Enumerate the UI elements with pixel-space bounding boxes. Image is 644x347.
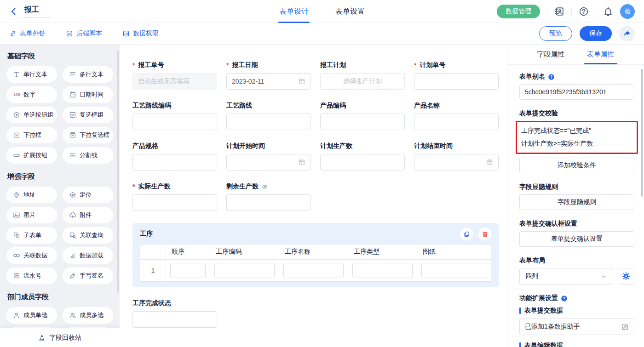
page-title[interactable]: 报工 bbox=[24, 5, 51, 18]
field-item-single-line-text[interactable]: 单行文本 bbox=[6, 66, 57, 83]
backend-script-link[interactable]: 后端脚本 bbox=[66, 29, 102, 38]
field-label: 工序完成状态 bbox=[132, 299, 217, 307]
cell-input-process-code[interactable] bbox=[214, 263, 275, 278]
field-item-address[interactable]: 地址 bbox=[6, 187, 57, 203]
form-field-product-code[interactable]: 产品编码 bbox=[320, 102, 405, 130]
report-date-input[interactable]: 2023-02-11 bbox=[226, 73, 311, 90]
report-plan-picker[interactable]: 选择生产计划 bbox=[320, 73, 405, 90]
product-spec-input[interactable] bbox=[132, 154, 217, 171]
data-permission-link[interactable]: 数据权限 bbox=[122, 29, 159, 38]
data-manage-button[interactable]: 数据管理 bbox=[497, 5, 540, 18]
form-field-product-spec[interactable]: 产品规格 bbox=[132, 142, 217, 171]
field-item-location[interactable]: 定位 bbox=[63, 187, 113, 203]
field-item-select[interactable]: 下拉框 bbox=[6, 127, 57, 143]
form-field-product-name[interactable]: 产品名称 bbox=[414, 102, 499, 130]
plan-no-input[interactable] bbox=[414, 73, 499, 90]
field-recycle-bin[interactable]: 字段回收站 bbox=[0, 328, 120, 347]
form-field-report-date[interactable]: 报工日期 2023-02-11 bbox=[226, 61, 311, 90]
visibility-rules-button[interactable]: 字段显隐规则 bbox=[519, 194, 634, 210]
field-item-serial-number[interactable]: 流水号 bbox=[6, 267, 57, 284]
form-field-plan-no[interactable]: 计划单号 bbox=[414, 61, 499, 90]
field-item-divider[interactable]: 分割线 bbox=[63, 147, 113, 164]
field-item-multi-select[interactable]: 下拉复选框 bbox=[63, 127, 113, 143]
plan-qty-input[interactable] bbox=[320, 154, 405, 171]
form-alias-input[interactable]: 5cbc0e919f52235f3b313201 bbox=[519, 84, 634, 100]
tab-field-properties[interactable]: 字段属性 bbox=[537, 45, 565, 64]
tab-form-settings[interactable]: 表单设置 bbox=[335, 0, 365, 23]
plan-start-input[interactable] bbox=[226, 154, 311, 171]
field-item-member-single[interactable]: 成员单选 bbox=[6, 307, 57, 324]
tab-form-properties[interactable]: 表单属性 bbox=[587, 45, 615, 64]
field-item-member-multi[interactable]: 成员多选 bbox=[63, 307, 113, 324]
form-field-plan-start[interactable]: 计划开始时间 bbox=[226, 142, 311, 171]
subform-process[interactable]: 工序 顺序 工序编码 工序名称 bbox=[132, 223, 499, 287]
help-icon[interactable] bbox=[579, 6, 589, 17]
field-item-image[interactable]: 图片 bbox=[6, 207, 57, 223]
process-status-input[interactable] bbox=[132, 311, 217, 328]
form-field-report-plan[interactable]: 报工计划 选择生产计划 bbox=[320, 61, 405, 90]
plan-end-input[interactable] bbox=[414, 154, 499, 171]
help-icon[interactable] bbox=[561, 295, 568, 302]
form-field-report-no[interactable]: 报工单号 自动生成无需填写 bbox=[132, 61, 217, 90]
link-label: 后端脚本 bbox=[76, 29, 102, 38]
form-field-remaining-qty[interactable]: 剩余生产数 bbox=[226, 182, 499, 211]
cell-input-drawing[interactable] bbox=[421, 263, 491, 278]
submit-confirm-button[interactable]: 表单提交确认设置 bbox=[519, 231, 634, 247]
actual-qty-input[interactable] bbox=[132, 194, 217, 211]
form-field-plan-qty[interactable]: 计划生产数 bbox=[320, 142, 405, 171]
field-item-extend-button[interactable]: 扩展按钮 bbox=[6, 147, 57, 164]
share-button[interactable] bbox=[619, 26, 635, 41]
contact-book-icon[interactable] bbox=[554, 6, 564, 17]
add-validation-button[interactable]: 添加校验条件 bbox=[519, 158, 634, 173]
form-field-route[interactable]: 工艺路线 bbox=[226, 102, 311, 130]
field-item-number[interactable]: 123数字 bbox=[6, 86, 57, 103]
form-external-link[interactable]: 表单外链 bbox=[9, 29, 46, 38]
validation-rule[interactable]: 工序完成状态=="已完成" bbox=[521, 124, 632, 137]
report-no-input[interactable]: 自动生成无需填写 bbox=[132, 73, 217, 90]
validation-rule[interactable]: 计划生产数>=实际生产数 bbox=[521, 137, 632, 150]
single-line-text-icon bbox=[13, 71, 20, 78]
group-title: 部门成员字段 bbox=[7, 293, 113, 301]
bell-icon[interactable] bbox=[603, 6, 613, 17]
field-item-linked-query[interactable]: 关联查询 bbox=[63, 227, 113, 244]
subform-delete-button[interactable] bbox=[478, 228, 491, 240]
field-item-signature[interactable]: 手写签名 bbox=[63, 267, 113, 284]
cell-input-process-type[interactable] bbox=[352, 263, 413, 278]
form-field-route-code[interactable]: 工艺路线编码 bbox=[132, 102, 217, 130]
route-input[interactable] bbox=[226, 114, 311, 130]
remaining-qty-input[interactable] bbox=[226, 194, 311, 211]
tab-form-design[interactable]: 表单设计 bbox=[279, 0, 309, 23]
product-name-input[interactable] bbox=[414, 114, 499, 130]
form-field-plan-end[interactable]: 计划结束时间 bbox=[414, 142, 499, 171]
layout-settings-button[interactable] bbox=[618, 268, 634, 284]
subform-copy-button[interactable] bbox=[460, 228, 473, 240]
field-label: 计划生产数 bbox=[320, 142, 405, 150]
form-field-actual-qty[interactable]: 实际生产数 bbox=[132, 182, 217, 211]
field-item-linked-data[interactable]: 关联数据 bbox=[6, 247, 57, 264]
product-code-input[interactable] bbox=[320, 114, 405, 130]
cell-input-process-name[interactable] bbox=[283, 263, 344, 278]
submit-data-box[interactable]: 已添加1条数据助手 bbox=[519, 319, 634, 335]
route-code-input[interactable] bbox=[132, 114, 217, 130]
field-item-subform[interactable]: 子表单 bbox=[6, 227, 57, 244]
avatar[interactable]: 检 bbox=[620, 4, 635, 19]
panel-scrollbar[interactable] bbox=[641, 69, 643, 197]
layout-select[interactable]: 四列 bbox=[519, 268, 613, 284]
save-button[interactable]: 保存 bbox=[580, 26, 612, 41]
field-item-data-load[interactable]: 数据加载 bbox=[63, 247, 113, 264]
cell-input-order[interactable] bbox=[170, 263, 206, 278]
field-item-checkbox-group[interactable]: 复选框组 bbox=[63, 107, 113, 123]
field-item-multi-line-text[interactable]: 多行文本 bbox=[63, 66, 113, 83]
back-icon[interactable] bbox=[9, 7, 18, 16]
trash-icon bbox=[482, 231, 489, 238]
edit-icon[interactable] bbox=[621, 323, 629, 331]
sidebar-scrollbar[interactable] bbox=[117, 50, 119, 293]
subform-header-row: 顺序 工序编码 工序名称 工序类型 图纸 bbox=[140, 245, 491, 260]
form-field-process-status[interactable]: 工序完成状态 bbox=[132, 299, 217, 328]
field-item-attachment[interactable]: 附件 bbox=[63, 207, 113, 223]
help-icon[interactable] bbox=[548, 74, 555, 80]
field-item-datetime[interactable]: 日期时间 bbox=[63, 86, 113, 103]
preview-button[interactable]: 预览 bbox=[539, 26, 572, 41]
field-item-radio-group[interactable]: 单选按钮组 bbox=[6, 107, 57, 123]
topbar-left: 报工 bbox=[9, 5, 51, 18]
